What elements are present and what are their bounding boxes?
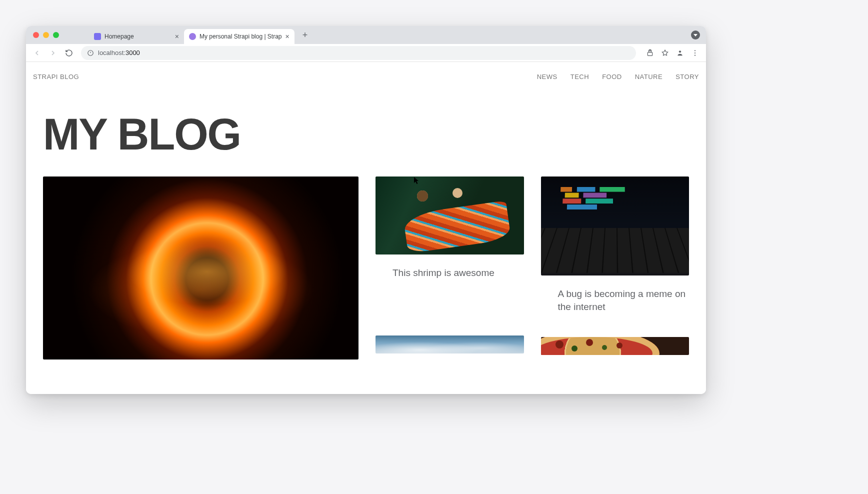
- article-card-shrimp[interactable]: This shrimp is awesome: [376, 176, 524, 284]
- column-1: This shrimp is awesome: [376, 176, 524, 360]
- svg-point-3: [694, 50, 696, 51]
- maximize-window-button[interactable]: [53, 32, 59, 38]
- back-button[interactable]: [30, 46, 44, 60]
- page-title: MY BLOG: [43, 108, 689, 160]
- site-info-icon: [87, 50, 94, 56]
- hero: MY BLOG: [26, 88, 706, 164]
- cursor-icon: [414, 177, 420, 186]
- column-2: A bug is becoming a meme on the internet: [541, 176, 690, 360]
- svg-rect-1: [648, 52, 652, 56]
- extensions-icon[interactable]: [691, 30, 700, 40]
- window-controls: [33, 32, 59, 38]
- brand-link[interactable]: STRAPI BLOG: [33, 73, 79, 80]
- close-window-button[interactable]: [33, 32, 39, 38]
- article-title: This shrimp is awesome: [376, 254, 524, 284]
- favicon-icon: [94, 33, 101, 40]
- profile-button[interactable]: [673, 46, 687, 60]
- article-card-pizza[interactable]: [541, 337, 690, 355]
- article-card-code[interactable]: A bug is becoming a meme on the internet: [541, 176, 690, 317]
- article-image: [541, 337, 690, 355]
- url-text: localhost:3000: [98, 49, 140, 56]
- tab-title: My personal Strapi blog | Strap: [200, 33, 282, 40]
- menu-button[interactable]: [688, 46, 702, 60]
- nav-link-tech[interactable]: TECH: [570, 73, 589, 80]
- nav-link-nature[interactable]: NATURE: [635, 73, 662, 80]
- tab-homepage[interactable]: Homepage ×: [89, 29, 184, 44]
- nav-link-story[interactable]: STORY: [676, 73, 699, 80]
- toolbar: localhost:3000: [26, 44, 706, 62]
- nav-links: NEWS TECH FOOD NATURE STORY: [537, 73, 699, 80]
- tab-strip: Homepage × My personal Strapi blog | Str…: [26, 26, 706, 44]
- svg-point-5: [694, 54, 696, 56]
- share-button[interactable]: [643, 46, 657, 60]
- page-content: STRAPI BLOG NEWS TECH FOOD NATURE STORY …: [26, 62, 706, 394]
- new-tab-button[interactable]: +: [298, 28, 312, 42]
- favicon-icon: [189, 33, 196, 40]
- site-nav: STRAPI BLOG NEWS TECH FOOD NATURE STORY: [26, 62, 706, 88]
- bookmark-button[interactable]: [658, 46, 672, 60]
- article-card-sky[interactable]: [376, 336, 524, 354]
- feature-article[interactable]: [43, 176, 358, 360]
- article-title: A bug is becoming a meme on the internet: [541, 276, 690, 317]
- close-tab-button[interactable]: ×: [175, 33, 179, 40]
- minimize-window-button[interactable]: [43, 32, 49, 38]
- article-grid: This shrimp is awesome A bug is becoming…: [26, 164, 706, 360]
- svg-point-2: [679, 50, 681, 52]
- nav-link-food[interactable]: FOOD: [602, 73, 622, 80]
- article-image: [376, 176, 524, 254]
- close-tab-button[interactable]: ×: [286, 33, 290, 40]
- svg-point-4: [694, 52, 696, 53]
- tab-title: Homepage: [104, 33, 172, 40]
- article-image: [376, 336, 524, 354]
- forward-button[interactable]: [46, 46, 60, 60]
- reload-button[interactable]: [62, 46, 76, 60]
- browser-window: Homepage × My personal Strapi blog | Str…: [26, 26, 706, 394]
- nav-link-news[interactable]: NEWS: [537, 73, 558, 80]
- side-columns: This shrimp is awesome A bug is becoming…: [376, 176, 689, 360]
- address-bar[interactable]: localhost:3000: [81, 46, 636, 60]
- feature-image: [43, 176, 358, 360]
- article-image: [541, 176, 690, 276]
- tab-strapi-blog[interactable]: My personal Strapi blog | Strap ×: [184, 29, 294, 44]
